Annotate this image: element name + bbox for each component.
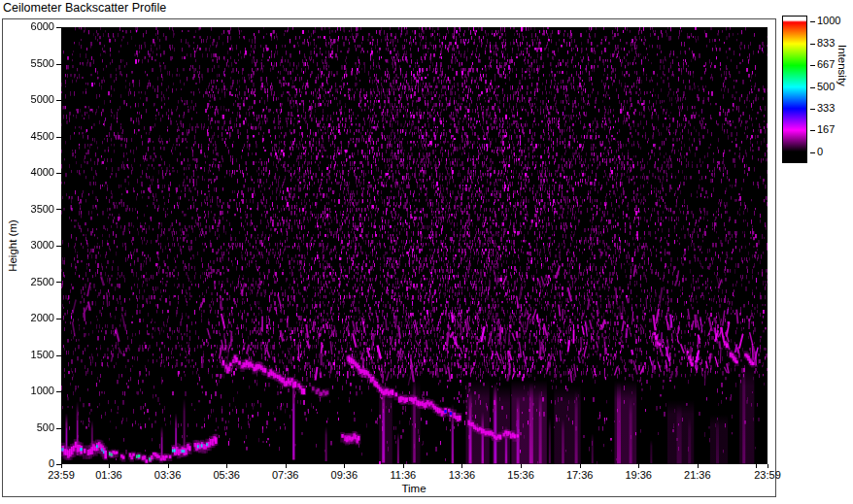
colorbar-tick-label: 333 — [817, 102, 835, 115]
y-tick-mark — [56, 355, 61, 356]
colorbar-tick-label: 667 — [817, 58, 835, 71]
x-tick-mark — [768, 464, 768, 468]
x-tick-label: 13:36 — [432, 469, 491, 482]
x-tick-label: 15:36 — [492, 469, 550, 482]
x-minor-tick-mark — [756, 464, 757, 468]
y-tick-label: 2500 — [0, 276, 54, 288]
x-tick-mark — [226, 464, 227, 468]
y-tick-mark — [56, 428, 61, 429]
x-tick-mark — [344, 464, 345, 468]
x-tick-mark — [286, 464, 287, 468]
x-tick-mark — [521, 464, 522, 468]
colorbar-tick-mark — [810, 44, 815, 45]
colorbar-tick-label: 167 — [817, 123, 835, 136]
y-tick-mark — [56, 100, 61, 101]
y-tick-mark — [56, 64, 61, 65]
x-axis-title: Time — [375, 483, 453, 494]
y-tick-label: 1000 — [0, 385, 54, 397]
y-tick-label: 6000 — [0, 20, 54, 33]
y-tick-mark — [56, 27, 61, 28]
colorbar-tick-label: 1000 — [817, 15, 840, 27]
colorbar-title: Intensity — [836, 45, 848, 86]
colorbar-tick-mark — [810, 130, 815, 131]
colorbar-tick-mark — [810, 109, 815, 110]
y-tick-label: 3000 — [0, 239, 54, 252]
x-tick-label: 01:36 — [80, 469, 138, 482]
colorbar-tick-label: 833 — [817, 37, 835, 50]
x-tick-label: 19:36 — [609, 469, 667, 482]
x-tick-mark — [61, 464, 62, 468]
colorbar-tick-mark — [810, 87, 815, 88]
graph-title: Ceilometer Backscatter Profile — [3, 1, 166, 15]
y-tick-label: 3500 — [0, 203, 54, 216]
x-tick-label: 17:36 — [551, 469, 609, 482]
colorbar-tick-mark — [810, 65, 815, 66]
colorbar-tick-label: 500 — [817, 81, 835, 93]
x-tick-label: 21:36 — [668, 469, 727, 482]
x-tick-mark — [461, 464, 462, 468]
x-tick-label: 05:36 — [197, 469, 256, 482]
y-tick-label: 2000 — [0, 312, 54, 324]
y-tick-label: 5500 — [0, 57, 54, 70]
y-tick-mark — [56, 391, 61, 392]
y-tick-label: 4000 — [0, 166, 54, 179]
y-tick-label: 500 — [0, 421, 54, 434]
colorbar-gradient — [782, 16, 807, 163]
x-tick-mark — [698, 464, 699, 468]
y-tick-mark — [56, 282, 61, 283]
colorbar-tick-mark — [810, 21, 815, 22]
x-tick-mark — [168, 464, 169, 468]
y-tick-mark — [56, 173, 61, 174]
x-tick-label: 09:36 — [315, 469, 373, 482]
front-panel: Ceilometer Backscatter Profile Height (m… — [0, 0, 853, 504]
y-tick-mark — [56, 209, 61, 210]
x-tick-mark — [403, 464, 404, 468]
y-tick-label: 1500 — [0, 349, 54, 361]
x-tick-mark — [580, 464, 581, 468]
x-tick-label: 03:36 — [139, 469, 197, 482]
plot-canvas[interactable] — [61, 27, 768, 464]
colorbar-tick-label: 0 — [817, 146, 823, 158]
colorbar-tick-mark — [810, 152, 815, 153]
y-tick-mark — [56, 137, 61, 138]
x-tick-label: 11:36 — [374, 469, 432, 482]
x-tick-label: 07:36 — [256, 469, 315, 482]
x-tick-label: 23:59 — [738, 469, 797, 482]
x-tick-mark — [638, 464, 639, 468]
x-tick-mark — [109, 464, 110, 468]
y-tick-label: 5000 — [0, 93, 54, 106]
y-tick-mark — [56, 319, 61, 319]
y-tick-mark — [56, 246, 61, 247]
y-tick-label: 4500 — [0, 130, 54, 143]
